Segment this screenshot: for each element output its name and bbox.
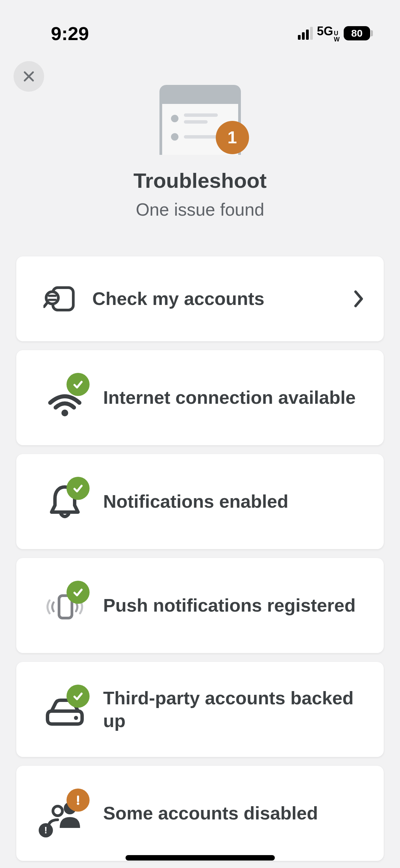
card-label: Check my accounts: [92, 287, 352, 310]
network-label: 5G: [317, 24, 333, 38]
warn-badge-icon: !: [39, 823, 53, 837]
hero: 1 Troubleshoot One issue found: [0, 85, 400, 220]
card-list: Check my accounts Internet connection av…: [0, 220, 400, 861]
drive-icon: [43, 688, 86, 731]
home-indicator[interactable]: [126, 855, 275, 861]
svg-line-4: [44, 303, 47, 307]
chevron-right-icon: [352, 289, 365, 309]
close-icon: [22, 69, 36, 84]
card-label: Notifications enabled: [103, 490, 365, 513]
card-notifications[interactable]: Notifications enabled: [16, 454, 384, 549]
wifi-icon: [43, 376, 86, 419]
alert-icon: [66, 789, 90, 812]
push-phone-icon: [43, 584, 86, 627]
card-push-notifications[interactable]: Push notifications registered: [16, 558, 384, 653]
status-indicators: 5G UW 80: [298, 24, 373, 42]
page-title: Troubleshoot: [133, 168, 267, 193]
battery-icon: 80: [344, 26, 373, 40]
check-icon: [66, 373, 90, 396]
card-label: Push notifications registered: [103, 594, 365, 617]
svg-point-11: [77, 802, 79, 805]
svg-point-5: [61, 410, 68, 416]
card-label: Some accounts disabled: [103, 802, 365, 825]
card-accounts-disabled[interactable]: ! Some accounts disabled: [16, 766, 384, 861]
accounts-icon: !: [43, 792, 86, 835]
card-label: Third-party accounts backed up: [103, 687, 365, 733]
status-time: 9:29: [51, 22, 89, 44]
svg-point-9: [53, 806, 62, 816]
card-backup[interactable]: Third-party accounts backed up: [16, 662, 384, 757]
check-icon: [66, 685, 90, 708]
accounts-inspect-icon: [43, 286, 75, 312]
svg-point-1: [46, 292, 58, 304]
check-icon: [66, 477, 90, 500]
issue-count-badge: 1: [216, 121, 249, 154]
close-button[interactable]: [14, 61, 44, 92]
card-internet[interactable]: Internet connection available: [16, 350, 384, 445]
status-bar: 9:29 5G UW 80: [0, 0, 400, 48]
network-type: 5G UW: [317, 24, 340, 42]
battery-level: 80: [344, 26, 370, 40]
bell-icon: [43, 480, 86, 523]
network-sub: UW: [334, 30, 340, 42]
hero-illustration: 1: [159, 85, 241, 156]
signal-icon: [298, 27, 313, 40]
card-check-accounts[interactable]: Check my accounts: [16, 256, 384, 341]
check-icon: [66, 581, 90, 604]
svg-point-7: [74, 716, 78, 720]
card-label: Internet connection available: [103, 386, 365, 409]
page-subtitle: One issue found: [136, 199, 264, 220]
